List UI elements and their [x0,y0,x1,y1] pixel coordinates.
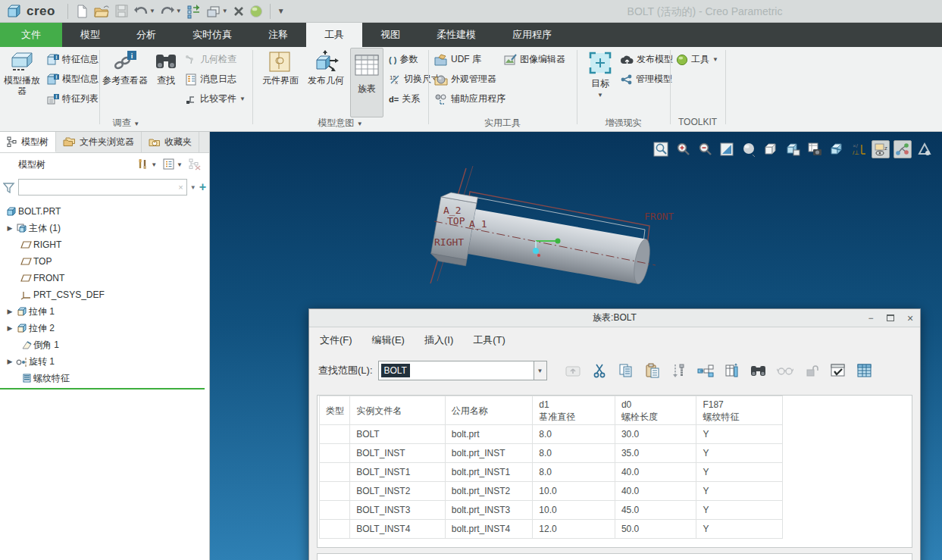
dialog-close-button[interactable]: × [900,312,920,324]
auxiliary-applications-button[interactable]: 辅助应用程序 [434,92,505,105]
menu-file[interactable]: 文件(F) [320,333,352,347]
tree-item-chamfer[interactable]: 倒角 1 [0,336,209,353]
tab-file[interactable]: 文件 [0,23,62,47]
compare-parts-dropdown[interactable]: ▼ [239,95,246,102]
windows-dropdown[interactable]: ▼ [222,8,228,14]
manage-models-button[interactable]: 管理模型 [621,73,672,86]
tab-applications[interactable]: 应用程序 [494,23,570,47]
toolkit-tools-dropdown[interactable]: ▼ [712,56,718,63]
tree-filter-input-box[interactable]: × [18,179,187,196]
open-file-button[interactable] [91,2,112,20]
publish-model-button[interactable]: 发布模型 [621,53,673,66]
find-scope-combobox[interactable]: BOLT [378,361,534,380]
feature-list-button[interactable]: i 特征列表 [47,92,99,105]
expander-icon[interactable]: ▶ [5,308,15,315]
quick-access-customize-button[interactable]: ▼ [275,5,287,17]
group-label-investigate[interactable]: 调查 ▼ [0,117,252,130]
menu-edit[interactable]: 编辑(E) [372,333,405,347]
filter-add-button[interactable]: + [199,180,206,194]
table-row[interactable]: BOLT_INSTbolt.prt_INST8.035.0Y [320,444,783,463]
feature-info-button[interactable]: i 特征信息 [47,53,99,66]
tree-item-extrude1[interactable]: ▶ 拉伸 1 [0,303,209,320]
expander-icon[interactable]: ▶ [5,324,15,332]
tab-analysis[interactable]: 分析 [118,23,174,47]
menu-tools[interactable]: 工具(T) [473,333,505,347]
expander-icon[interactable]: ▶ [5,224,15,232]
parameters-button[interactable]: ( ) 参数 [389,53,418,66]
cut-button[interactable] [589,361,610,380]
tab-favorites[interactable]: * 收藏夹 [142,132,199,152]
table-row[interactable]: BOLT_INST1bolt.prt_INST18.040.0Y [320,463,783,482]
group-label-model-intent[interactable]: 模型意图 ▼ [252,117,428,130]
geometry-check-button[interactable]: 几何检查 [185,53,236,66]
tab-view[interactable]: 视图 [362,23,418,47]
tree-tools-dropdown[interactable]: ▼ [151,161,157,168]
tree-item-bodies[interactable]: ▶ 主体 (1) [0,220,209,236]
tab-model-tree[interactable]: 模型树 [0,132,56,152]
family-table[interactable]: 类型 实例文件名 公用名称 d1基准直径 d0螺栓长度 F187螺纹特征 BOL… [319,396,783,539]
udf-library-button[interactable]: UDF 库 [434,53,481,66]
lock-button[interactable] [801,361,822,380]
filter-dropdown[interactable]: ▼ [190,184,196,191]
insert-column-button[interactable] [721,361,743,380]
connection-status-button[interactable] [247,3,265,20]
find-button[interactable]: 查找 [150,48,182,86]
verify-button[interactable] [828,361,849,380]
tree-hide-button[interactable] [186,158,205,171]
tree-item-right-plane[interactable]: RIGHT [0,236,209,253]
component-interface-button[interactable]: 元件界面 [258,48,302,86]
find-scope-dropdown[interactable]: ▼ [534,361,547,380]
save-button[interactable] [112,2,131,20]
tree-item-thread[interactable]: 螺纹特征 [0,370,209,386]
model-player-button[interactable]: 模型播放器 [2,48,42,96]
menu-insert[interactable]: 插入(I) [424,333,453,347]
reference-viewer-button[interactable]: i 参考查看器 [102,48,149,86]
insert-row-button[interactable] [695,361,716,380]
undo-dropdown[interactable]: ▼ [149,8,155,14]
tree-item-revolve[interactable]: ▶ 旋转 1 [0,353,209,370]
undo-button[interactable]: ▼ [131,3,158,20]
tree-filters-dropdown[interactable]: ▼ [177,161,183,168]
tree-item-extrude2[interactable]: ▶ 拉伸 2 [0,320,209,336]
tree-item-top-plane[interactable]: TOP [0,253,209,270]
up-one-level-button[interactable] [562,361,584,380]
table-row[interactable]: BOLT_INST4bolt.prt_INST412.050.0Y [320,520,783,539]
tree-filters-button[interactable]: ▼ [160,158,186,171]
image-editor-button[interactable]: 图像编辑器 [504,53,565,66]
toolkit-tools-button[interactable]: 工具 ▼ [676,53,718,66]
preview-button[interactable] [775,361,796,380]
model-info-button[interactable]: i 模型信息 [47,73,99,86]
tab-tools[interactable]: 工具 [306,23,362,47]
appearance-manager-button[interactable]: 外观管理器 [434,73,496,86]
copy-button[interactable] [615,361,637,380]
table-row[interactable]: BOLT_INST3bolt.prt_INST310.045.0Y [320,501,783,520]
tab-flexible-modeling[interactable]: 柔性建模 [418,23,494,47]
tree-item-part[interactable]: BOLT.PRT [0,203,209,220]
redo-dropdown[interactable]: ▼ [176,8,182,14]
tab-live-simulation[interactable]: 实时仿真 [174,23,250,47]
dialog-title-bar[interactable]: 族表:BOLT − × [309,309,920,327]
paste-button[interactable] [642,361,663,380]
tree-tools-button[interactable]: ▼ [134,158,160,171]
redo-button[interactable]: ▼ [158,3,184,20]
dialog-maximize-button[interactable] [881,313,900,324]
tree-item-front-plane[interactable]: FRONT [0,270,209,286]
tab-annotate[interactable]: 注释 [250,23,306,47]
ar-target-button[interactable]: 目标 ▼ [584,48,617,101]
new-file-button[interactable] [73,2,91,20]
table-row[interactable]: BOLT_INST2bolt.prt_INST210.040.0Y [320,482,783,501]
tree-filter-input[interactable] [22,182,178,192]
insert-instance-button[interactable] [668,361,690,380]
ar-target-dropdown[interactable]: ▼ [584,90,617,101]
filter-clear-icon[interactable]: × [178,183,183,192]
publish-geometry-button[interactable]: 发布几何 [304,48,348,86]
close-window-button[interactable] [230,4,247,19]
family-table-button[interactable]: 族表 [350,48,383,117]
message-log-button[interactable]: 消息日志 [185,73,236,86]
tab-model[interactable]: 模型 [62,23,118,47]
compare-parts-button[interactable]: 比较零件 ▼ [185,92,246,105]
windows-button[interactable]: ▼ [204,3,230,20]
expander-icon[interactable]: ▶ [5,358,15,365]
edit-table-button[interactable] [854,361,875,380]
dialog-minimize-button[interactable]: − [861,313,881,324]
